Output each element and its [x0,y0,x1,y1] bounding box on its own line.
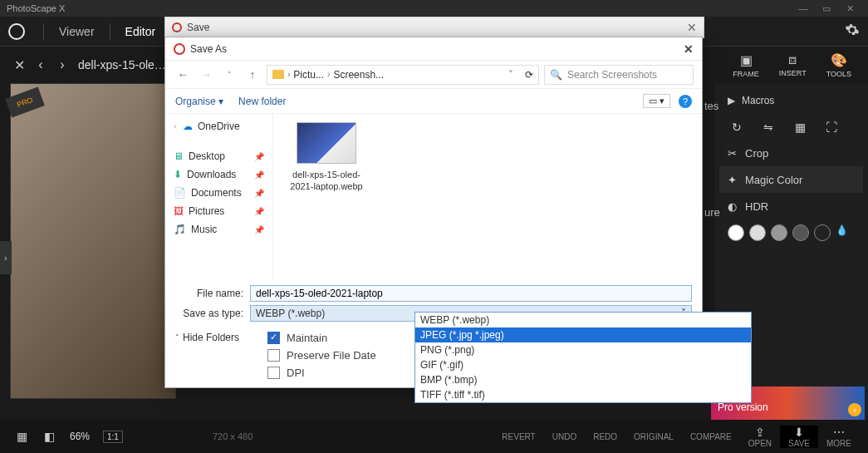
tool-frame[interactable]: ▣FRAME [724,51,767,80]
file-type-option[interactable]: GIF (*.gif) [415,357,751,372]
settings-gear-icon[interactable] [845,22,860,41]
pin-icon: 📌 [254,170,264,180]
refresh-icon[interactable]: ⟳ [525,69,533,81]
swatch-3[interactable] [771,224,787,241]
chevron-down-icon[interactable]: ˅ [508,69,513,81]
revert-button[interactable]: REVERT [493,432,543,441]
save-button[interactable]: ⬇SAVE [780,426,818,448]
help-icon[interactable]: ? [679,95,692,108]
save-as-toolbar: Organise ▾ New folder ▭ ▾ ? [165,89,702,114]
left-panel-expand[interactable]: › [0,241,12,274]
compare-button[interactable]: COMPARE [682,432,740,441]
swatch-drop-icon[interactable]: 💧 [836,224,852,241]
hdr-icon: ◐ [728,200,737,213]
nav-recent-button[interactable]: ˅ [220,71,238,79]
swatch-4[interactable] [792,224,809,241]
file-type-option[interactable]: BMP (*.bmp) [415,372,751,387]
new-folder-button[interactable]: New folder [238,96,286,107]
music-icon: 🎵 [174,224,186,235]
image-preview [11,84,175,398]
maintain-checkbox[interactable]: Maintain [267,332,376,344]
nav-music[interactable]: 🎵Music📌 [165,220,272,239]
nav-back-button[interactable]: ← [174,68,192,81]
window-close-button[interactable]: ✕ [838,3,861,14]
crop-dashed-icon[interactable]: ▦ [787,117,812,137]
tool-tools[interactable]: 🎨TOOLS [818,51,860,80]
search-input[interactable]: 🔍 Search Screenshots [544,65,694,85]
tab-editor[interactable]: Editor [125,25,156,38]
original-button[interactable]: ORIGINAL [625,432,682,441]
image-dimensions: 720 x 480 [213,431,253,441]
next-file-button[interactable]: › [51,54,73,76]
wand-icon: ✦ [728,174,737,186]
file-type-option[interactable]: PNG (*.png) [415,342,751,357]
save-dialog-close-icon[interactable]: ✕ [687,21,697,34]
undo-button[interactable]: UNDO [544,432,585,441]
file-type-option[interactable]: TIFF (*.tiff *.tif) [415,387,751,402]
nav-pictures[interactable]: 🖼Pictures📌 [165,202,272,220]
nav-desktop[interactable]: 🖥Desktop📌 [165,147,272,165]
file-name-input[interactable] [250,285,692,302]
file-list[interactable]: dell-xps-15-oled-2021-laptop.webp [273,114,702,280]
path-breadcrumb[interactable]: › Pictu... › Screensh... ˅ ⟳ [267,65,539,85]
nav-documents[interactable]: 📄Documents📌 [165,184,272,202]
dpi-checkbox[interactable]: DPI [267,367,376,379]
close-file-button[interactable]: ✕ [8,54,30,76]
checkbox-checked-icon [267,332,280,344]
view-mode-button[interactable]: ▭ ▾ [643,94,670,108]
nav-downloads[interactable]: ⬇Downloads📌 [165,165,272,184]
os-titlebar: PhotoScape X — ▭ ✕ [0,0,868,17]
actual-size-button[interactable]: ◧ [36,430,63,443]
app-small-icon [174,43,185,55]
nav-up-button[interactable]: ↑ [243,68,262,81]
desktop-icon: 🖥 [174,150,184,162]
zoom-1-1-button[interactable]: 1:1 [103,431,123,443]
search-icon: 🔍 [550,69,562,81]
tab-viewer[interactable]: Viewer [59,25,95,38]
save-as-nav-tree: ›☁OneDrive 🖥Desktop📌 ⬇Downloads📌 📄Docume… [165,114,273,280]
zoom-level[interactable]: 66% [70,431,90,442]
swatch-2[interactable] [749,224,766,241]
bottom-bar: ▦ ◧ 66% 1:1 720 x 480 REVERT UNDO REDO O… [0,420,868,453]
crop-button[interactable]: ✂Crop [719,140,863,166]
expand-icon[interactable]: ⛶ [819,117,844,137]
file-name-label: dell-xps-15-oled-2021-laptop.webp [285,169,368,193]
open-button[interactable]: ⇪OPEN [740,426,780,448]
window-minimize-button[interactable]: — [792,3,815,13]
swatch-5[interactable] [814,224,831,241]
app-title: PhotoScape X [7,3,65,13]
save-as-header: Save As ✕ [165,37,702,61]
save-as-close-button[interactable]: ✕ [684,42,694,56]
file-thumbnail [297,122,356,164]
flip-h-icon[interactable]: ⇋ [756,117,781,137]
nav-onedrive[interactable]: ›☁OneDrive [165,117,272,135]
download-icon: ⬇ [174,169,182,180]
magic-color-button[interactable]: ✦Magic Color [719,166,863,193]
tool-insert[interactable]: ⧈INSERT [771,51,815,79]
prev-file-button[interactable]: ‹ [30,54,51,76]
canvas[interactable]: PRO [10,83,176,399]
fit-icon: ▦ [17,430,27,443]
file-tile[interactable]: dell-xps-15-oled-2021-laptop.webp [285,122,368,193]
fit-screen-button[interactable]: ▦ [8,430,36,443]
rotate-icon[interactable]: ↻ [724,117,749,137]
preserve-date-checkbox[interactable]: Preserve File Date [267,349,376,362]
hdr-button[interactable]: ◐HDR [719,193,863,219]
save-dialog-titlebar: Save ✕ [164,17,704,38]
redo-button[interactable]: REDO [585,432,625,441]
more-button[interactable]: ⋯MORE [818,426,860,448]
nav-forward-button[interactable]: → [197,68,215,81]
swatch-1[interactable] [728,224,744,241]
file-type-option[interactable]: WEBP (*.webp) [415,313,751,327]
file-type-dropdown: WEBP (*.webp)JPEG (*.jpg *.jpeg)PNG (*.p… [414,312,752,403]
hide-folders-button[interactable]: ˄Hide Folders [175,332,239,343]
save-dialog-title: Save [187,22,209,33]
promo-arrow-icon: › [848,403,861,416]
checkbox-icon [267,349,280,362]
organise-menu[interactable]: Organise ▾ [175,96,223,107]
document-icon: 📄 [174,187,186,199]
window-maximize-button[interactable]: ▭ [815,3,838,14]
file-type-option[interactable]: JPEG (*.jpg *.jpeg) [415,327,751,342]
macros-button[interactable]: ▶Macros [719,90,863,115]
app-logo-icon [8,23,25,40]
